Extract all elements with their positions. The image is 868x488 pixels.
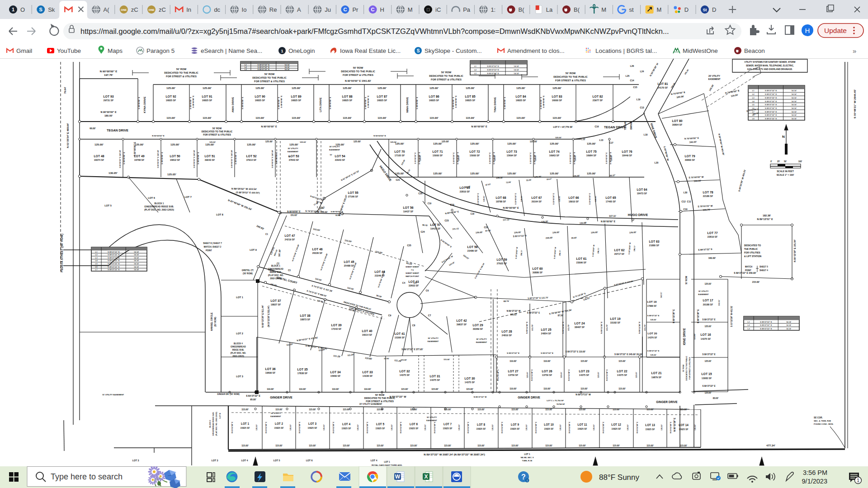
svg-text:16825 SF: 16825 SF (255, 99, 265, 102)
svg-text:LOT 67: LOT 67 (531, 196, 542, 199)
svg-text:N 89°13'51" E: N 89°13'51" E (757, 218, 773, 221)
svg-text:26336 SF: 26336 SF (312, 252, 323, 254)
svg-text:117.11': 117.11' (503, 219, 510, 221)
svg-text:14375 SF: 14375 SF (400, 374, 410, 376)
svg-text:RIDGE SUB.: RIDGE SUB. (270, 271, 282, 273)
svg-text:LOT 1: LOT 1 (241, 422, 249, 425)
svg-text:18374 SF: 18374 SF (94, 159, 104, 161)
svg-text:N 00°32'38" E: N 00°32'38" E (568, 422, 571, 433)
svg-text:N 90°00'00" E: N 90°00'00" E (152, 135, 165, 137)
svg-text:135.00': 135.00' (255, 424, 258, 430)
svg-text:S 89°27'22" E: S 89°27'22" E (108, 253, 120, 256)
svg-text:LOT 74: LOT 74 (549, 150, 559, 153)
svg-text:7 6: 7 6 (411, 269, 414, 271)
svg-text:S 00°00'00" E: S 00°00'00" E (573, 152, 576, 164)
svg-text:135.00': 135.00' (694, 424, 696, 430)
svg-text:MATCH POINT: MATCH POINT (406, 275, 419, 277)
svg-text:115.00': 115.00' (477, 408, 485, 411)
svg-text:30800 SF: 30800 SF (685, 159, 695, 161)
svg-text:TEGAN DRIVE: TEGAN DRIVE (604, 126, 626, 129)
svg-text:L3: L3 (474, 72, 477, 75)
svg-text:TEGAN DRIVE: TEGAN DRIVE (107, 129, 128, 132)
svg-text:115.00': 115.00' (166, 117, 175, 119)
svg-text:zC: zC (159, 6, 166, 13)
svg-text:125.00': 125.00' (550, 142, 559, 145)
svg-text:S 00°00'00" E 247.08': S 00°00'00" E 247.08' (157, 150, 159, 168)
svg-text:LOT 28: LOT 28 (501, 330, 512, 333)
svg-text:S 10°00'00" E: S 10°00'00" E (605, 152, 608, 164)
svg-text:125.00': 125.00' (466, 87, 475, 89)
svg-text:15825 SF: 15825 SF (443, 427, 453, 430)
svg-text:SE COR.: SE COR. (814, 417, 823, 419)
svg-text:141.51': 141.51' (660, 292, 662, 298)
svg-text::  (426, 7, 430, 12)
svg-text:115.00': 115.00' (579, 445, 586, 447)
svg-text:LOT 38: LOT 38 (300, 314, 310, 317)
svg-text:LOT 9: LOT 9 (250, 249, 257, 251)
svg-text:Paragon 5: Paragon 5 (146, 47, 175, 54)
svg-text:125.00': 125.00' (552, 87, 561, 89)
svg-text:N 00°32'38" E: N 00°32'38" E (568, 369, 570, 381)
svg-text:Amendment to clos...: Amendment to clos... (507, 47, 565, 54)
svg-text:115.00': 115.00' (241, 445, 249, 447)
svg-text:(S 88°39'52" E 433.54'): (S 88°39'52" E 433.54') (236, 191, 260, 194)
svg-text:DEDICATED TO THE PUBLIC: DEDICATED TO THE PUBLIC (164, 71, 198, 74)
svg-text:S 10°00'00" E: S 10°00'00" E (477, 193, 479, 205)
svg-text:LOT 21: LOT 21 (651, 371, 661, 375)
svg-text:37914 SF: 37914 SF (246, 159, 257, 161)
svg-text:14.14': 14.14' (284, 68, 289, 70)
svg-text:23977 SF: 23977 SF (593, 99, 603, 102)
svg-text:N 00°32'38" E: N 00°32'38" E (606, 369, 608, 381)
svg-text:15825 SF: 15825 SF (342, 427, 351, 430)
svg-text:iC: iC (435, 6, 441, 13)
svg-text:LOT 10: LOT 10 (544, 423, 554, 426)
svg-text:GINGER DRIVE: GINGER DRIVE (270, 396, 292, 399)
svg-text:L2: L2 (474, 69, 477, 71)
svg-text:S 89°27'22" E: S 89°27'22" E (108, 251, 120, 253)
svg-text:S 89°27'22" E: S 89°27'22" E (765, 93, 777, 95)
svg-text:HUGO DRIVE: HUGO DRIVE (628, 213, 648, 216)
svg-text:139.96': 139.96' (520, 196, 523, 202)
svg-text:LOT 17: LOT 17 (703, 299, 713, 302)
svg-text:S 89°27'22" E: S 89°27'22" E (647, 314, 660, 317)
svg-text:125.00': 125.00' (94, 143, 104, 146)
svg-text:135.00': 135.00' (424, 424, 426, 430)
svg-text:St: St (703, 8, 707, 12)
svg-text:S 00°00'00" E: S 00°00'00" E (418, 152, 420, 164)
svg-text:LOT 36: LOT 36 (265, 367, 275, 371)
svg-text:S 89°27'22" E: S 89°27'22" E (541, 352, 553, 354)
svg-text:125.00': 125.00' (635, 372, 637, 378)
svg-text:GINGER DR. (50' ROW): GINGER DR. (50' ROW) (217, 393, 240, 395)
svg-text:A(: A( (104, 6, 110, 13)
svg-text:30369 SF: 30369 SF (473, 328, 483, 330)
svg-text:14336 SF: 14336 SF (363, 375, 373, 377)
svg-text:125.00': 125.00' (289, 143, 298, 146)
svg-text:115.00': 115.00' (618, 360, 626, 362)
svg-text:LOT C = 75,750 SF: LOT C = 75,750 SF (547, 399, 564, 402)
svg-text:103.02': 103.02' (510, 314, 517, 316)
svg-text:139.96': 139.96' (483, 196, 485, 202)
svg-text:1: 1 (281, 49, 283, 53)
svg-text:GINGERBREAD: GINGERBREAD (231, 346, 246, 348)
svg-text:UTILITY SYSTEMS FOR SANITARY S: UTILITY SYSTEMS FOR SANITARY SEWER, STOR… (745, 61, 796, 63)
svg-text:C1: C1 (265, 233, 268, 235)
svg-text:MATCH: MATCH (745, 266, 752, 268)
svg-text:GRETEL CT.: GRETEL CT. (242, 269, 254, 272)
svg-text:DEDICATED TO THE PUBLIC: DEDICATED TO THE PUBLIC (252, 76, 286, 79)
svg-text:S 10°00'00" E: S 10°00'00" E (589, 193, 591, 205)
svg-text:LOT 1: LOT 1 (236, 296, 243, 299)
svg-text:S 00°00'00" E: S 00°00'00" E (133, 141, 136, 156)
svg-text:KYNA DRIVE: KYNA DRIVE (143, 97, 146, 113)
svg-text:S 89°27'22" E: S 89°27'22" E (765, 117, 777, 120)
svg-text:135.00': 135.00' (289, 424, 292, 430)
svg-text:W: W (395, 474, 401, 480)
svg-text:N 00°32'38" E: N 00°32'38" E (535, 422, 537, 433)
svg-text:N 90°00'00" E 1561.83': N 90°00'00" E 1561.83' (345, 80, 372, 82)
svg-text:100': 100' (798, 160, 802, 163)
svg-text:C17: C17 (609, 141, 613, 144)
svg-text:115.00': 115.00' (580, 360, 588, 362)
svg-text:115.00': 115.00' (377, 117, 387, 119)
svg-text:87.50': 87.50' (558, 314, 563, 317)
svg-text:N 89°27'22" W: N 89°27'22" W (576, 393, 591, 396)
svg-text:20' UTILITY: 20' UTILITY (708, 75, 721, 77)
